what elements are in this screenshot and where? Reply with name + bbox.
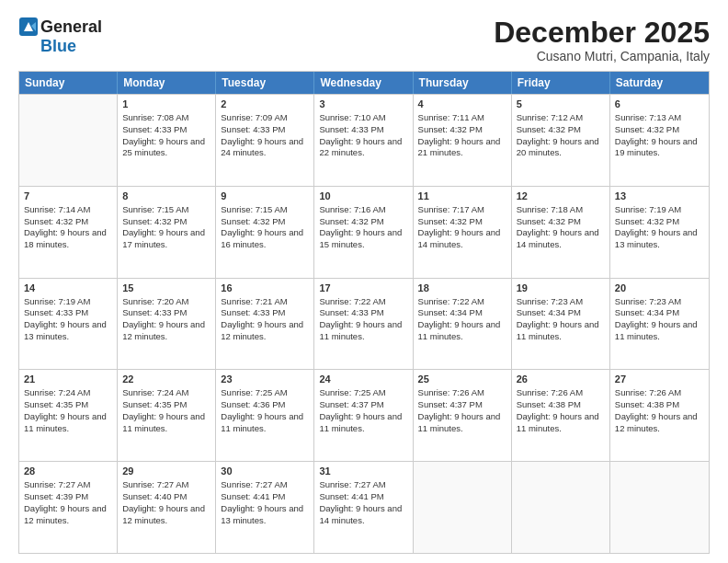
day-number: 21 — [24, 373, 112, 386]
calendar-cell: 9Sunrise: 7:15 AMSunset: 4:32 PMDaylight… — [216, 187, 314, 278]
calendar-cell: 26Sunrise: 7:26 AMSunset: 4:38 PMDayligh… — [512, 370, 610, 461]
daylight: Daylight: 9 hours and 12 minutes. — [221, 319, 309, 343]
calendar-cell: 25Sunrise: 7:26 AMSunset: 4:37 PMDayligh… — [414, 370, 512, 461]
day-number: 29 — [122, 465, 210, 478]
sunset: Sunset: 4:32 PM — [517, 124, 605, 136]
sunrise: Sunrise: 7:25 AM — [221, 387, 309, 399]
day-header: Friday — [512, 72, 610, 94]
sunrise: Sunrise: 7:15 AM — [122, 204, 210, 216]
daylight: Daylight: 9 hours and 12 minutes. — [615, 411, 704, 435]
daylight: Daylight: 9 hours and 11 minutes. — [615, 319, 704, 343]
calendar-cell: 15Sunrise: 7:20 AMSunset: 4:33 PMDayligh… — [118, 279, 216, 370]
sunrise: Sunrise: 7:23 AM — [615, 296, 704, 308]
daylight: Daylight: 9 hours and 11 minutes. — [418, 411, 506, 435]
daylight: Daylight: 9 hours and 25 minutes. — [122, 136, 210, 160]
sunset: Sunset: 4:33 PM — [24, 307, 112, 319]
sunset: Sunset: 4:37 PM — [418, 399, 506, 411]
day-number: 12 — [517, 190, 605, 203]
calendar-cell: 1Sunrise: 7:08 AMSunset: 4:33 PMDaylight… — [118, 95, 216, 186]
calendar-cell: 5Sunrise: 7:12 AMSunset: 4:32 PMDaylight… — [512, 95, 610, 186]
sunrise: Sunrise: 7:24 AM — [122, 387, 210, 399]
day-number: 26 — [517, 373, 605, 386]
sunrise: Sunrise: 7:17 AM — [418, 204, 506, 216]
sunset: Sunset: 4:33 PM — [122, 124, 210, 136]
calendar-cell — [19, 95, 118, 186]
calendar-cell: 7Sunrise: 7:14 AMSunset: 4:32 PMDaylight… — [19, 187, 118, 278]
day-number: 18 — [418, 282, 506, 295]
sunset: Sunset: 4:38 PM — [615, 399, 704, 411]
day-number: 5 — [517, 98, 605, 111]
daylight: Daylight: 9 hours and 13 minutes. — [615, 227, 704, 251]
daylight: Daylight: 9 hours and 11 minutes. — [319, 319, 407, 343]
sunrise: Sunrise: 7:21 AM — [221, 296, 309, 308]
calendar-cell: 11Sunrise: 7:17 AMSunset: 4:32 PMDayligh… — [414, 187, 512, 278]
daylight: Daylight: 9 hours and 11 minutes. — [517, 411, 605, 435]
calendar: SundayMondayTuesdayWednesdayThursdayFrid… — [18, 71, 710, 554]
sunset: Sunset: 4:33 PM — [319, 124, 407, 136]
sunset: Sunset: 4:32 PM — [517, 216, 605, 228]
day-number: 22 — [122, 373, 210, 386]
sunset: Sunset: 4:40 PM — [122, 491, 210, 503]
sunset: Sunset: 4:32 PM — [122, 216, 210, 228]
sunset: Sunset: 4:39 PM — [24, 491, 112, 503]
sunset: Sunset: 4:32 PM — [221, 216, 309, 228]
sunrise: Sunrise: 7:24 AM — [24, 387, 112, 399]
day-header: Monday — [118, 72, 216, 94]
day-number: 27 — [615, 373, 704, 386]
daylight: Daylight: 9 hours and 11 minutes. — [418, 319, 506, 343]
day-number: 25 — [418, 373, 506, 386]
sunrise: Sunrise: 7:08 AM — [122, 112, 210, 124]
sunrise: Sunrise: 7:27 AM — [319, 479, 407, 491]
sunrise: Sunrise: 7:25 AM — [319, 387, 407, 399]
logo: General Blue — [18, 17, 102, 56]
day-number: 15 — [122, 282, 210, 295]
calendar-cell: 23Sunrise: 7:25 AMSunset: 4:36 PMDayligh… — [216, 370, 314, 461]
logo-icon — [18, 17, 39, 37]
daylight: Daylight: 9 hours and 14 minutes. — [319, 503, 407, 527]
location: Cusano Mutri, Campania, Italy — [494, 49, 710, 63]
day-header: Sunday — [19, 72, 118, 94]
sunset: Sunset: 4:35 PM — [24, 399, 112, 411]
daylight: Daylight: 9 hours and 22 minutes. — [319, 136, 407, 160]
calendar-cell — [610, 462, 709, 553]
sunset: Sunset: 4:41 PM — [319, 491, 407, 503]
sunrise: Sunrise: 7:10 AM — [319, 112, 407, 124]
calendar-cell: 29Sunrise: 7:27 AMSunset: 4:40 PMDayligh… — [118, 462, 216, 553]
sunrise: Sunrise: 7:23 AM — [517, 296, 605, 308]
calendar-cell: 31Sunrise: 7:27 AMSunset: 4:41 PMDayligh… — [314, 462, 413, 553]
day-number: 7 — [24, 190, 112, 203]
sunset: Sunset: 4:32 PM — [615, 124, 704, 136]
sunset: Sunset: 4:32 PM — [418, 216, 506, 228]
sunrise: Sunrise: 7:27 AM — [221, 479, 309, 491]
daylight: Daylight: 9 hours and 21 minutes. — [418, 136, 506, 160]
daylight: Daylight: 9 hours and 19 minutes. — [615, 136, 704, 160]
sunrise: Sunrise: 7:15 AM — [221, 204, 309, 216]
sunset: Sunset: 4:32 PM — [24, 216, 112, 228]
day-number: 14 — [24, 282, 112, 295]
calendar-cell: 16Sunrise: 7:21 AMSunset: 4:33 PMDayligh… — [216, 279, 314, 370]
day-header: Tuesday — [216, 72, 314, 94]
day-number: 28 — [24, 465, 112, 478]
sunset: Sunset: 4:41 PM — [221, 491, 309, 503]
day-number: 10 — [319, 190, 407, 203]
daylight: Daylight: 9 hours and 24 minutes. — [221, 136, 309, 160]
sunrise: Sunrise: 7:13 AM — [615, 112, 704, 124]
calendar-row: 28Sunrise: 7:27 AMSunset: 4:39 PMDayligh… — [19, 461, 709, 553]
sunset: Sunset: 4:36 PM — [221, 399, 309, 411]
calendar-cell: 21Sunrise: 7:24 AMSunset: 4:35 PMDayligh… — [19, 370, 118, 461]
day-number: 6 — [615, 98, 704, 111]
calendar-cell: 13Sunrise: 7:19 AMSunset: 4:32 PMDayligh… — [610, 187, 709, 278]
calendar-cell: 8Sunrise: 7:15 AMSunset: 4:32 PMDaylight… — [118, 187, 216, 278]
day-number: 24 — [319, 373, 407, 386]
calendar-header: SundayMondayTuesdayWednesdayThursdayFrid… — [19, 72, 709, 94]
sunset: Sunset: 4:35 PM — [122, 399, 210, 411]
calendar-cell: 14Sunrise: 7:19 AMSunset: 4:33 PMDayligh… — [19, 279, 118, 370]
sunset: Sunset: 4:37 PM — [319, 399, 407, 411]
daylight: Daylight: 9 hours and 14 minutes. — [418, 227, 506, 251]
calendar-cell: 18Sunrise: 7:22 AMSunset: 4:34 PMDayligh… — [414, 279, 512, 370]
sunrise: Sunrise: 7:19 AM — [24, 296, 112, 308]
sunrise: Sunrise: 7:11 AM — [418, 112, 506, 124]
calendar-cell: 27Sunrise: 7:26 AMSunset: 4:38 PMDayligh… — [610, 370, 709, 461]
calendar-cell: 12Sunrise: 7:18 AMSunset: 4:32 PMDayligh… — [512, 187, 610, 278]
sunset: Sunset: 4:34 PM — [418, 307, 506, 319]
